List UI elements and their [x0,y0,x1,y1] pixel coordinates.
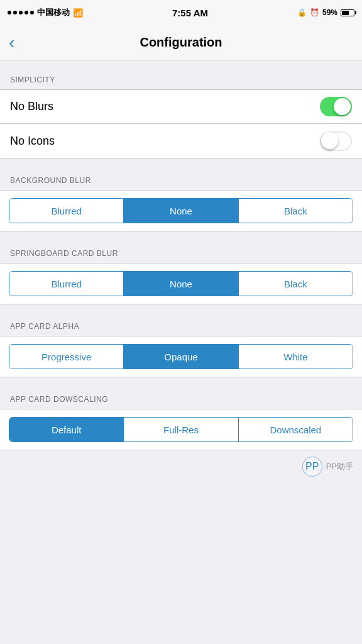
signal-dots [8,11,34,14]
bg-blur-black[interactable]: Black [239,199,353,223]
battery-icon [341,9,354,16]
app-card-downscaling-section: APP CARD DOWSCALING Default Full-Res Dow… [0,395,362,450]
downscaling-downscaled[interactable]: Downscaled [239,418,353,441]
app-card-alpha-header: APP CARD ALPHA [0,322,362,336]
status-right: 🔒 ⏰ 59% [297,8,354,17]
sb-blur-blurred[interactable]: Blurred [9,272,124,296]
app-card-alpha-wrapper: Progressive Opaque White [0,336,362,377]
springboard-blur-section: SPRINGBOARD CARD BLUR Blurred None Black [0,249,362,304]
alpha-white[interactable]: White [239,345,353,369]
background-blur-section: BACKGROUND BLUR Blurred None Black [0,176,362,231]
back-button[interactable]: ‹ [9,34,14,52]
no-blurs-row: No Blurs [0,90,362,124]
simplicity-section: SIMPLICITY No Blurs No Icons [0,75,362,158]
background-blur-header: BACKGROUND BLUR [0,176,362,190]
no-blurs-label: No Blurs [10,100,53,113]
springboard-blur-header: SPRINGBOARD CARD BLUR [0,249,362,263]
pp-logo: PP [302,457,322,477]
watermark-text: PP助手 [326,461,353,472]
springboard-blur-control: Blurred None Black [9,271,353,296]
sb-blur-black[interactable]: Black [239,272,353,296]
app-card-downscaling-header: APP CARD DOWSCALING [0,395,362,409]
status-left: 中国移动 📶 [8,7,83,18]
battery-percentage: 59% [322,8,337,17]
wifi-icon: 📶 [73,8,83,18]
no-blurs-toggle[interactable] [320,97,352,116]
bg-blur-none[interactable]: None [124,199,238,223]
watermark: PP PP助手 [0,450,362,483]
no-icons-row: No Icons [0,124,362,158]
downscaling-default[interactable]: Default [9,418,124,441]
nav-bar: ‹ Configuration [0,25,362,60]
bg-blur-blurred[interactable]: Blurred [9,199,124,223]
downscaling-fullres[interactable]: Full-Res [124,418,238,441]
alpha-opaque[interactable]: Opaque [124,345,238,369]
no-icons-label: No Icons [10,135,55,148]
app-card-downscaling-wrapper: Default Full-Res Downscaled [0,409,362,450]
content: SIMPLICITY No Blurs No Icons BACKGROUND … [0,60,362,644]
sb-blur-none[interactable]: None [124,272,238,296]
simplicity-header: SIMPLICITY [0,75,362,89]
simplicity-body: No Blurs No Icons [0,89,362,158]
lock-icon: 🔒 [297,8,307,17]
status-time: 7:55 AM [172,8,208,18]
app-card-alpha-section: APP CARD ALPHA Progressive Opaque White [0,322,362,377]
carrier-label: 中国移动 [37,7,70,18]
alpha-progressive[interactable]: Progressive [9,345,124,369]
nav-title: Configuration [140,35,222,50]
app-card-downscaling-control: Default Full-Res Downscaled [9,417,353,442]
background-blur-wrapper: Blurred None Black [0,190,362,231]
app-card-alpha-control: Progressive Opaque White [9,344,353,369]
alarm-icon: ⏰ [310,8,319,17]
status-bar: 中国移动 📶 7:55 AM 🔒 ⏰ 59% [0,0,362,25]
background-blur-control: Blurred None Black [9,198,353,223]
no-icons-toggle[interactable] [320,131,352,151]
springboard-blur-wrapper: Blurred None Black [0,263,362,304]
